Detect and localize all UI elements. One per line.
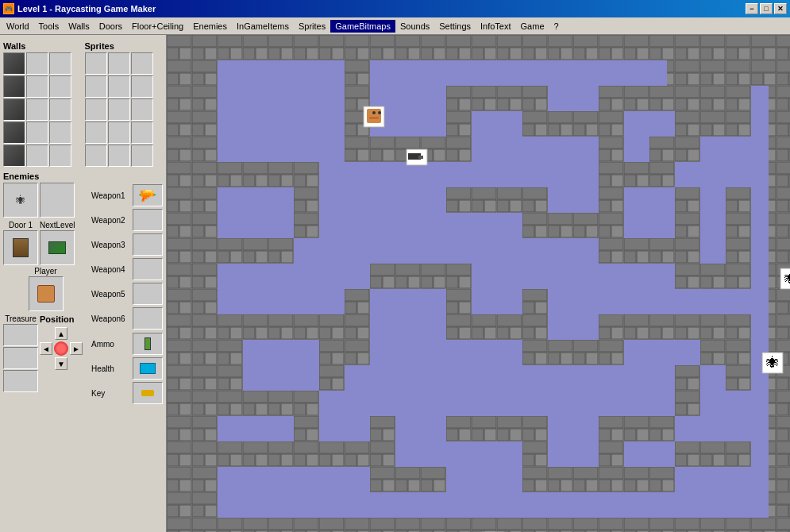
ammo-row: Ammo — [91, 333, 163, 355]
wall-tile[interactable] — [49, 75, 71, 98]
menu-tools[interactable]: Tools — [34, 20, 64, 33]
wall-tile[interactable] — [3, 121, 25, 144]
svg-rect-72 — [548, 467, 599, 492]
wall-tile[interactable] — [26, 145, 48, 167]
sprite-tile[interactable] — [108, 52, 130, 75]
wall-tile[interactable] — [26, 52, 48, 75]
menu-floor-ceiling[interactable]: Floor+Ceiling — [127, 20, 188, 33]
sprite-tile[interactable] — [108, 75, 130, 98]
wall-tile[interactable] — [26, 75, 48, 98]
svg-rect-56 — [472, 314, 522, 340]
wall-tile[interactable] — [3, 52, 25, 75]
svg-rect-17 — [497, 35, 573, 60]
sprites-grid — [85, 52, 164, 167]
ammo-icon — [145, 337, 151, 350]
svg-text:🕷: 🕷 — [766, 356, 779, 369]
weapon5-row: Weapon5 — [91, 283, 163, 305]
svg-rect-74 — [599, 441, 624, 492]
nextlevel-cell[interactable] — [40, 230, 75, 265]
svg-rect-24 — [192, 289, 218, 532]
key-cell[interactable] — [133, 382, 163, 404]
wall-tile[interactable] — [49, 52, 71, 75]
wall-tile[interactable] — [3, 145, 25, 167]
menu-help[interactable]: ? — [549, 20, 564, 33]
left-panel: Walls — [0, 35, 167, 532]
arrow-down[interactable]: ▼ — [55, 357, 67, 370]
sprite-tile[interactable] — [131, 52, 153, 75]
wall-tile[interactable] — [3, 98, 25, 121]
svg-rect-73 — [599, 416, 675, 441]
treasure-cell2[interactable] — [3, 347, 38, 369]
sprite-tile[interactable] — [131, 75, 153, 98]
svg-rect-47 — [700, 264, 751, 289]
enemy-cell-empty[interactable] — [40, 183, 75, 218]
sprite-tile[interactable] — [131, 98, 153, 121]
treasure-cell3[interactable] — [3, 370, 38, 392]
sprite-tile[interactable] — [85, 52, 107, 75]
menu-walls[interactable]: Walls — [64, 20, 94, 33]
svg-rect-13 — [167, 35, 192, 532]
gun1-icon: 🔫 — [139, 187, 156, 204]
key-row: Key — [91, 382, 163, 404]
svg-rect-33 — [548, 111, 599, 137]
menu-infotext[interactable]: InfoText — [476, 20, 516, 33]
weapon4-cell[interactable] — [133, 258, 163, 280]
wall-tile[interactable] — [26, 121, 48, 144]
weapon1-cell[interactable]: 🔫 — [133, 184, 163, 206]
sprite-tile[interactable] — [108, 98, 130, 121]
wall-tile[interactable] — [49, 121, 71, 144]
wall-tile[interactable] — [49, 98, 71, 121]
menu-world[interactable]: World — [2, 20, 34, 33]
menu-sprites[interactable]: Sprites — [294, 20, 330, 33]
sprites-label: Sprites — [85, 41, 164, 51]
svg-rect-48 — [726, 187, 751, 264]
sprite-tile[interactable] — [131, 121, 153, 144]
maximize-button[interactable]: □ — [760, 3, 773, 14]
weapon6-cell[interactable] — [133, 307, 163, 330]
wall-tile[interactable] — [3, 75, 25, 98]
menu-gamebitmaps[interactable]: GameBitmaps — [330, 20, 395, 33]
svg-rect-23 — [192, 187, 218, 289]
svg-rect-27 — [218, 238, 294, 264]
game-map[interactable]: 🕷 🕷 🕷 🕷 🕷 — [167, 35, 790, 532]
treasure-cell[interactable] — [3, 324, 38, 346]
menu-enemies[interactable]: Enemies — [188, 20, 232, 33]
svg-rect-32 — [522, 86, 548, 137]
ammo-cell[interactable] — [133, 333, 163, 355]
weapon5-cell[interactable] — [133, 283, 163, 305]
enemy-cell[interactable]: 🕷 — [3, 183, 38, 218]
menu-doors[interactable]: Doors — [94, 20, 127, 33]
weapon1-row: Weapon1 🔫 — [91, 184, 163, 206]
sprite-tile[interactable] — [85, 121, 107, 144]
menu-settings[interactable]: Settings — [434, 20, 476, 33]
close-button[interactable]: ✕ — [774, 3, 787, 14]
sprite-tile[interactable] — [131, 145, 153, 167]
arrow-left[interactable]: ◄ — [40, 342, 52, 355]
sprite-tile[interactable] — [85, 75, 107, 98]
menu-ingameitems[interactable]: InGameItems — [232, 20, 294, 33]
sprite-tile[interactable] — [85, 145, 107, 167]
menu-sounds[interactable]: Sounds — [395, 20, 434, 33]
svg-rect-55 — [446, 264, 472, 340]
sprite-tile[interactable] — [85, 98, 107, 121]
arrow-up[interactable]: ▲ — [55, 327, 67, 340]
arrow-right[interactable]: ► — [70, 342, 83, 355]
wall-tile[interactable] — [26, 98, 48, 121]
minimize-button[interactable]: − — [746, 3, 758, 14]
svg-rect-58 — [548, 340, 599, 365]
door1-cell[interactable] — [3, 230, 38, 265]
weapon2-cell[interactable] — [133, 209, 163, 231]
svg-rect-26 — [294, 162, 319, 238]
svg-rect-59 — [599, 314, 624, 365]
svg-rect-85 — [418, 156, 423, 159]
menu-game[interactable]: Game — [516, 20, 549, 33]
player-label: Player — [34, 267, 56, 276]
sprite-tile[interactable] — [108, 145, 130, 167]
weapon3-cell[interactable] — [133, 233, 163, 256]
sprite-tile[interactable] — [108, 121, 130, 144]
wall-tile[interactable] — [49, 145, 71, 167]
health-cell[interactable] — [133, 357, 163, 380]
svg-rect-79 — [367, 109, 381, 123]
player-cell[interactable] — [29, 276, 64, 311]
svg-rect-65 — [218, 441, 294, 467]
